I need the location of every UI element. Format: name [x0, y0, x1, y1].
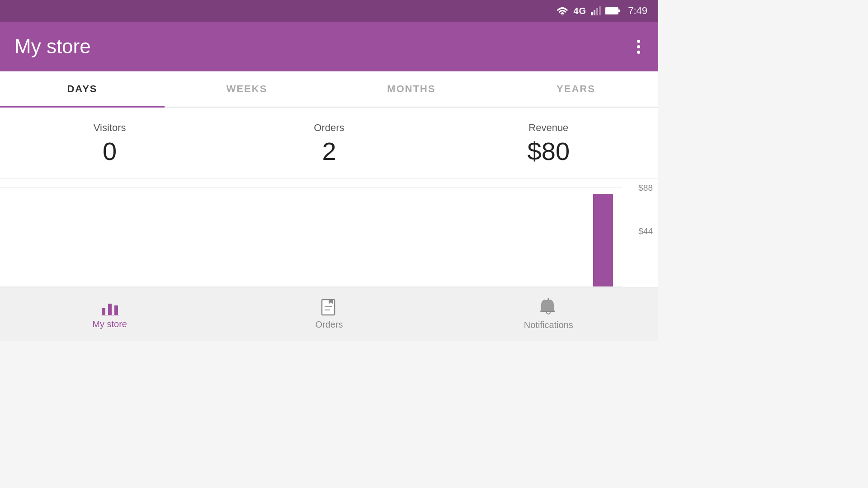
period-tabs: DAYS WEEKS MONTHS YEARS — [0, 71, 658, 108]
svg-rect-2 — [594, 10, 595, 15]
svg-rect-5 — [605, 8, 618, 14]
tab-days[interactable]: DAYS — [0, 71, 165, 107]
network-type: 4G — [573, 6, 586, 16]
tab-years[interactable]: YEARS — [494, 71, 658, 107]
svg-rect-7 — [102, 308, 105, 315]
nav-item-mystore[interactable]: My store — [0, 299, 219, 329]
status-icons: 4G 7:49 — [556, 5, 647, 17]
signal-icon — [591, 6, 601, 15]
stat-orders: Orders 2 — [219, 122, 439, 165]
battery-icon — [605, 7, 620, 15]
stat-revenue: Revenue $80 — [439, 122, 658, 165]
chart-area: $88 $44 — [0, 178, 658, 287]
revenue-value: $80 — [528, 137, 570, 165]
more-options-button[interactable] — [633, 36, 644, 57]
revenue-label: Revenue — [528, 122, 568, 134]
svg-point-0 — [562, 14, 563, 15]
y-label-mid: $44 — [638, 226, 653, 236]
status-bar: 4G 7:49 — [0, 0, 658, 22]
svg-rect-9 — [114, 305, 118, 315]
svg-rect-10 — [101, 315, 119, 315]
chart-bar — [593, 194, 613, 286]
orders-label: Orders — [314, 122, 344, 134]
stats-row: Visitors 0 Orders 2 Revenue $80 — [0, 108, 658, 178]
wifi-icon — [556, 6, 569, 15]
app-bar: My store — [0, 22, 658, 71]
orders-icon — [321, 299, 337, 316]
grid-line-bottom — [0, 286, 622, 287]
bottom-nav: My store Orders Notifications — [0, 287, 658, 341]
visitors-value: 0 — [103, 137, 117, 165]
dot-2 — [637, 45, 640, 48]
nav-label-notifications: Notifications — [524, 320, 573, 330]
grid-line-mid — [0, 233, 622, 233]
bell-icon — [540, 298, 557, 316]
orders-value: 2 — [322, 137, 336, 165]
tab-months[interactable]: MONTHS — [329, 71, 494, 107]
dot-3 — [637, 51, 640, 54]
nav-item-orders[interactable]: Orders — [219, 299, 439, 330]
stat-visitors: Visitors 0 — [0, 122, 219, 165]
nav-item-notifications[interactable]: Notifications — [439, 298, 658, 330]
svg-rect-8 — [108, 304, 112, 315]
svg-rect-6 — [618, 9, 620, 12]
bar-chart-icon — [101, 299, 119, 315]
nav-label-orders: Orders — [315, 319, 343, 330]
tab-weeks[interactable]: WEEKS — [165, 71, 329, 107]
status-time: 7:49 — [628, 5, 647, 17]
visitors-label: Visitors — [94, 122, 126, 134]
svg-rect-4 — [599, 6, 601, 15]
app-title: My store — [14, 35, 91, 58]
dot-1 — [637, 40, 640, 43]
svg-rect-3 — [596, 8, 598, 15]
svg-point-14 — [547, 298, 549, 300]
y-label-max: $88 — [638, 183, 653, 193]
grid-line-top — [0, 188, 622, 188]
nav-label-mystore: My store — [92, 319, 127, 329]
svg-rect-1 — [591, 12, 593, 15]
